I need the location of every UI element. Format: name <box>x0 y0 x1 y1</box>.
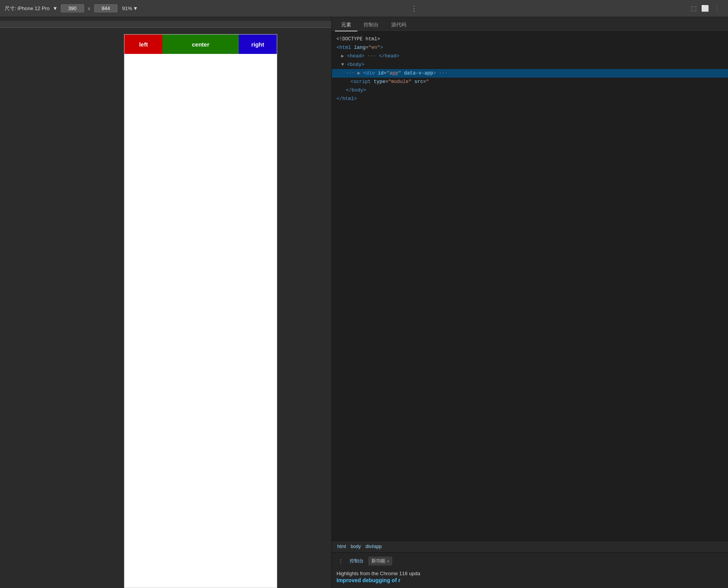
tab-console[interactable]: 控制台 <box>357 19 385 31</box>
viewport-area: left center right <box>0 17 331 588</box>
devtools-breadcrumb: html body div#app <box>332 541 728 552</box>
zoom-chevron-icon: ▼ <box>133 5 138 11</box>
html-line-body-close: </body> <box>332 86 728 95</box>
notification-content: Highlights from the Chrome 116 upda Impr… <box>336 567 723 586</box>
phone-frame: left center right <box>124 34 277 588</box>
dimension-separator: x <box>87 5 91 11</box>
height-input[interactable] <box>94 4 117 12</box>
top-toolbar: 尺寸: iPhone 12 Pro ▼ x 91% ▼ ⋮ ⬚ ⬜ <box>0 0 728 17</box>
html-line-doctype: <!DOCTYPE html> <box>332 35 728 43</box>
notification-line2[interactable]: Improved debugging of r <box>336 577 723 583</box>
device-size-chevron-icon: ▼ <box>53 5 58 11</box>
html-line-html: <html lang="en"> <box>332 43 728 52</box>
html-line-html-close: </html> <box>332 95 728 103</box>
html-line-body[interactable]: ▼ <body> <box>332 61 728 69</box>
more-options-icon[interactable]: ⋮ <box>411 4 418 13</box>
nav-center-button[interactable]: center <box>162 35 239 54</box>
phone-body <box>124 54 277 588</box>
breadcrumb-html[interactable]: html <box>335 543 348 550</box>
html-line-script: <script type="module" src=" <box>332 78 728 86</box>
tab-new-features[interactable]: 新功能 × <box>368 557 392 566</box>
html-line-div-app[interactable]: ··· ▶ <div id="app" data-v-app> ··· <box>332 69 728 78</box>
breadcrumb-body[interactable]: body <box>348 543 363 550</box>
device-mode-icon[interactable]: ⬜ <box>701 5 709 12</box>
zoom-label: 91% <box>122 5 132 11</box>
nav-right-button[interactable]: right <box>239 35 277 54</box>
tab-close-icon[interactable]: × <box>387 559 389 564</box>
zoom-dropdown[interactable]: 91% ▼ <box>122 5 138 11</box>
html-line-head[interactable]: ▶ <head> ··· </head> <box>332 52 728 61</box>
tab-elements[interactable]: 元素 <box>335 19 357 31</box>
device-size-label: 尺寸: iPhone 12 Pro <box>5 5 50 12</box>
devtools-notification-panel: ⋮ 控制台 新功能 × Highlights from the Chrome 1… <box>332 552 728 588</box>
phone-nav-bar: left center right <box>124 35 277 54</box>
breadcrumb-divapp[interactable]: div#app <box>363 543 384 550</box>
ruler-top <box>0 21 331 28</box>
notification-line1: Highlights from the Chrome 116 upda <box>336 570 723 578</box>
tab-sources[interactable]: 源代码 <box>385 19 412 31</box>
main-area: left center right 元素 控制台 <box>0 17 728 588</box>
tab-console-bottom[interactable]: 控制台 <box>347 557 367 566</box>
notification-tabs: ⋮ 控制台 新功能 × <box>336 555 723 567</box>
devtools-html-tree[interactable]: <!DOCTYPE html> <html lang="en"> ▶ <head… <box>332 32 728 541</box>
select-element-icon[interactable]: ⬚ <box>691 5 697 12</box>
toolbar-separator <box>717 5 717 12</box>
nav-left-button[interactable]: left <box>124 35 162 54</box>
notification-dots-icon[interactable]: ⋮ <box>336 558 345 564</box>
devtools-tabs: 元素 控制台 源代码 <box>332 17 728 32</box>
devtools-panel: 元素 控制台 源代码 <!DOCTYPE html> <html lang="e… <box>331 17 728 588</box>
width-input[interactable] <box>61 4 84 12</box>
device-size-dropdown[interactable]: ▼ <box>53 5 58 11</box>
